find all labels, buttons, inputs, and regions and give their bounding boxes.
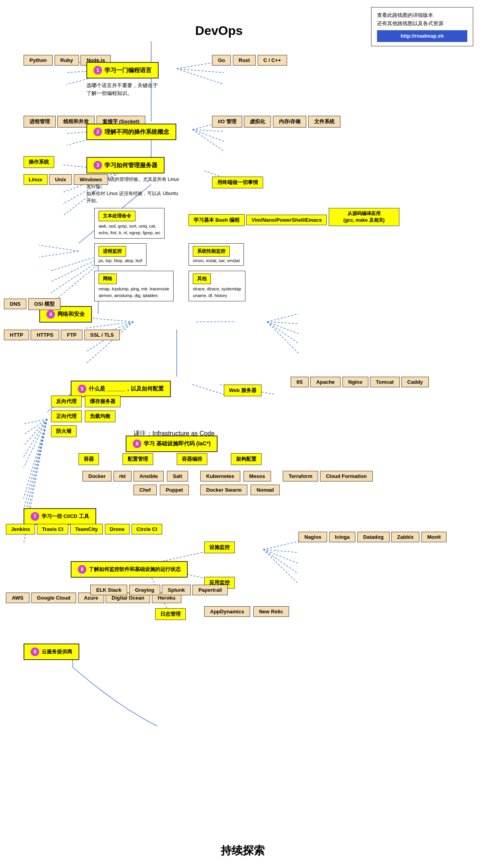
s3-os: 操作系统 [24,156,54,168]
s5-tomcat: Tomcat [370,377,399,387]
s5-lb: 负载均衡 [85,410,115,422]
s2-mem: 内存/存储 [273,116,307,128]
s6-cat-orch: 容器编排 [177,453,207,465]
s9-title: 云服务提供商 [42,648,72,655]
svg-line-50 [24,419,47,468]
s5-badge: 5 [78,385,86,393]
bottom-title: 持续探索 [0,843,485,858]
s6-docker-swarm: Docker Swarm [200,485,247,495]
s7-drone: Drone [105,524,130,534]
svg-line-23 [39,251,79,257]
s5-caddy: Caddy [401,377,429,387]
svg-line-52 [24,419,47,510]
s6-config-items: Ansible Salt Chef Puppet [134,471,189,495]
s4-ftp: FTP [61,330,82,340]
s7-jenkins: Jenkins [6,524,35,534]
s4-ssl: SSL / TLS [84,330,120,340]
svg-line-46 [24,419,47,424]
s5-web-server-node: Web 服务器 [224,385,262,396]
s6-k8s: Kubernetes [200,471,240,481]
s4-left-nodes: DNS OSI 模型 [4,298,60,312]
s8-app-items: AppDynamics New Relic [204,606,289,617]
s3-sys-perf-title: 系统性能监控 [193,246,230,257]
s8-log-mgmt: 日志管理 [155,608,186,620]
s3-compile-node: 从源码编译应用(gcc, make 及相关) [329,208,399,226]
s6-cat-arch: 架构配置 [231,453,262,465]
s5-fw: 防火墙 [51,425,77,437]
s3-left-nodes: 操作系统 Linux Unix Windows [24,156,108,188]
s7-circle: Circle CI [132,524,163,534]
svg-line-39 [267,322,298,353]
s5-cache: 缓存服务器 [85,396,121,407]
s8-icinga: Icinga [329,532,356,542]
s6-nomad: Nomad [251,485,280,495]
svg-line-61 [263,549,298,563]
s6-rkt: rkt [113,471,132,481]
svg-line-63 [263,549,298,584]
s3-bash: 学习基本 Bash 编程 Vim/Nano/PowerShell/Emacs 从… [189,208,399,229]
s5-apache: Apache [310,377,340,387]
s7-gcloud: Google Cloud [31,593,76,603]
s3-title: 学习如何管理服务器 [104,162,157,169]
s4-dns: DNS [4,299,26,309]
s3-network-title: 网络 [99,274,117,284]
svg-line-60 [263,549,298,553]
s3-editors-node: Vim/Nano/PowerShell/Emacs [246,215,327,225]
svg-line-36 [267,322,298,324]
s7-badge: 7 [31,512,39,521]
s6-terraform: Terraform [283,471,318,481]
s7-teamcity: TeamCity [70,524,103,534]
s5-title: 什么是 ______，以及如何配置 [89,385,164,392]
s8-badge: 8 [78,565,86,574]
svg-line-43 [192,385,224,394]
s3-proc-mon-desc: ps, top, htop, atop, lsof [99,258,142,263]
svg-line-30 [86,322,134,328]
s2-proc: 进程管理 [24,116,56,128]
svg-line-14 [192,129,224,151]
svg-line-13 [192,129,224,141]
s1-desc: 选哪个语言并不重要，关键在于了解一些编程知识。 [86,82,161,97]
s2-virt: 虚拟化 [244,116,271,128]
s6-cat-config: 配置管理 [123,453,153,465]
s8-elk: ELK Stack [90,585,127,595]
s9-header: 9 云服务提供商 [24,644,79,660]
s1-header: 1 学习一门编程语言 选哪个语言并不重要，关键在于了解一些编程知识。 [86,62,161,97]
s3-network-box: 网络 nmap, tcpdump, ping, mtr, traceroutea… [94,271,177,301]
page-title: DevOps [0,0,461,42]
s8-infra-mon-node: 设施监控 [204,542,235,553]
s2-title: 理解不同的操作系统概念 [104,128,169,136]
s3-text-proc-title: 文本处理命令 [99,211,135,221]
svg-line-38 [267,322,298,343]
s6-badge: 6 [133,439,141,448]
svg-line-22 [39,245,79,251]
s6-header: 6 学习 基础设施即代码 (IaC*) [126,436,218,452]
s7-header: 7 学习一些 CI/CD 工具 [24,508,96,525]
s1-python: Python [24,55,53,66]
s6-cf: Cloud Formation [320,471,373,481]
s8-graylog: Graylog [129,585,160,595]
svg-line-29 [86,318,134,322]
s3-text-proc-desc: awk, sed, grep, sort, uniq, cat,echo, fm… [99,223,160,236]
s8-title: 了解如何监控软件和基础设施的运行状态 [89,566,181,573]
s7-cicd-items: Jenkins Travis CI TeamCity Drone Circle … [6,524,162,538]
s7-aws: AWS [6,593,29,603]
s5-iis: IIS [291,377,309,387]
s1-cpp: C / C++ [258,55,287,66]
s6-orch-items: Kubernetes Mesos Docker Swarm Nomad [200,471,280,495]
s1-ruby: Ruby [55,55,79,66]
s1-go: Go [212,55,231,66]
svg-line-53 [24,419,47,521]
svg-line-5 [177,69,224,84]
s4-right-nodes: HTTP HTTPS FTP SSL / TLS [4,330,120,343]
s8-splunk: Splunk [162,585,190,595]
s4-https: HTTPS [31,330,59,340]
s7-title: 学习一些 CI/CD 工具 [42,513,89,520]
s8-log-mgmt-node: 日志管理 [155,608,186,620]
s2-badge: 2 [93,128,102,136]
s1-badge: 1 [93,66,102,75]
s6-ansible: Ansible [134,471,164,481]
s3-unix: Unix [49,174,72,185]
s8-newrelic: New Relic [253,606,289,617]
s8-zabbix: Zabbix [391,532,419,542]
s6-mesos: Mesos [243,471,271,481]
